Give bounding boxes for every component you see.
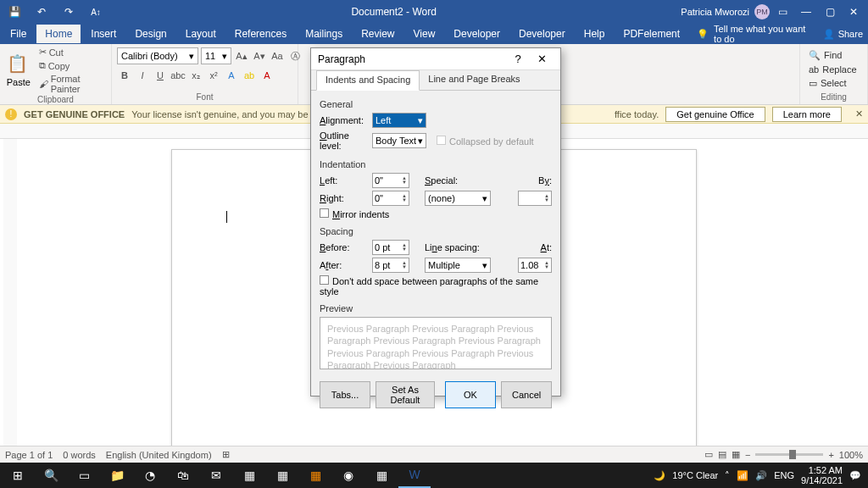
spinner-arrows-icon: ▲▼	[402, 261, 407, 269]
before-value: 0 pt	[375, 242, 390, 252]
dont-add-space-checkbox[interactable]: Don't add space between paragraphs of th…	[320, 275, 552, 297]
line-spacing-value: Multiple	[428, 260, 460, 270]
outline-select[interactable]: Body Text▾	[372, 133, 426, 148]
chevron-down-icon: ▾	[482, 260, 487, 271]
close-dialog-icon[interactable]: ✕	[530, 53, 554, 65]
preview-prev-text: Previous Paragraph Previous Paragraph Pr…	[327, 323, 544, 369]
before-label: Before:	[320, 242, 369, 252]
section-indentation: Indentation	[320, 159, 552, 169]
spinner-arrows-icon: ▲▼	[402, 194, 407, 202]
alignment-label: AAlignment:lignment:	[320, 115, 369, 125]
chevron-down-icon: ▾	[418, 136, 423, 147]
tab-line-page-breaks[interactable]: Line and Page Breaks	[420, 70, 528, 90]
alignment-value: Left	[376, 115, 391, 125]
spinner-arrows-icon: ▲▼	[402, 176, 407, 185]
ok-button[interactable]: OK	[445, 381, 496, 408]
cancel-button[interactable]: Cancel	[501, 381, 552, 408]
tab-indents-spacing[interactable]: Indents and Spacing	[316, 70, 420, 91]
chevron-down-icon: ▾	[482, 193, 487, 204]
special-select[interactable]: (none)▾	[425, 191, 491, 206]
dont-add-label: Don't add space between paragraphs of th…	[320, 276, 538, 297]
spinner-arrows-icon: ▲▼	[544, 261, 549, 269]
collapsed-label: Collapsed by default	[449, 136, 534, 147]
preview-box: Previous Paragraph Previous Paragraph Pr…	[320, 317, 552, 369]
after-spinner[interactable]: 8 pt▲▼	[372, 258, 409, 273]
spinner-arrows-icon: ▲▼	[544, 194, 549, 202]
after-label: After:	[320, 260, 369, 270]
indent-right-label: Right:	[320, 193, 369, 203]
spinner-arrows-icon: ▲▼	[402, 243, 407, 252]
set-default-button[interactable]: Set As Default	[376, 381, 435, 408]
section-preview: Preview	[320, 303, 552, 313]
outline-value: Body Text	[376, 136, 416, 146]
dialog-title: Paragraph	[318, 53, 506, 65]
indent-left-label: Left:	[320, 175, 369, 186]
help-icon[interactable]: ?	[506, 53, 530, 65]
at-value: 1.08	[520, 260, 538, 270]
dialog-backdrop: Paragraph ? ✕ Indents and Spacing Line a…	[0, 0, 868, 488]
mirror-checkbox[interactable]: MMirror indentsirror indents	[320, 208, 389, 219]
by-spinner[interactable]: ▲▼	[518, 191, 552, 206]
at-label: At:	[541, 242, 552, 252]
alignment-select[interactable]: Left▾	[372, 113, 426, 128]
at-spinner[interactable]: 1.08▲▼	[518, 258, 552, 273]
line-spacing-label: Line spacing:	[425, 242, 480, 252]
before-spinner[interactable]: 0 pt▲▼	[372, 240, 409, 255]
outline-label: Outline level:	[320, 130, 369, 151]
indent-left-spinner[interactable]: 0"▲▼	[372, 173, 409, 188]
special-value: (none)	[428, 193, 455, 203]
tabs-button[interactable]: Tabs...	[320, 381, 370, 408]
indent-left-value: 0"	[375, 175, 383, 186]
line-spacing-select[interactable]: Multiple▾	[425, 258, 491, 273]
indent-right-value: 0"	[375, 193, 383, 203]
chevron-down-icon: ▾	[418, 115, 423, 126]
section-general: General	[320, 99, 552, 109]
special-label: Special:	[425, 175, 467, 186]
by-label: By:	[538, 175, 552, 186]
indent-right-spinner[interactable]: 0"▲▼	[372, 191, 409, 206]
paragraph-dialog: Paragraph ? ✕ Indents and Spacing Line a…	[310, 47, 561, 396]
after-value: 8 pt	[375, 260, 390, 270]
section-spacing: Spacing	[320, 226, 552, 236]
